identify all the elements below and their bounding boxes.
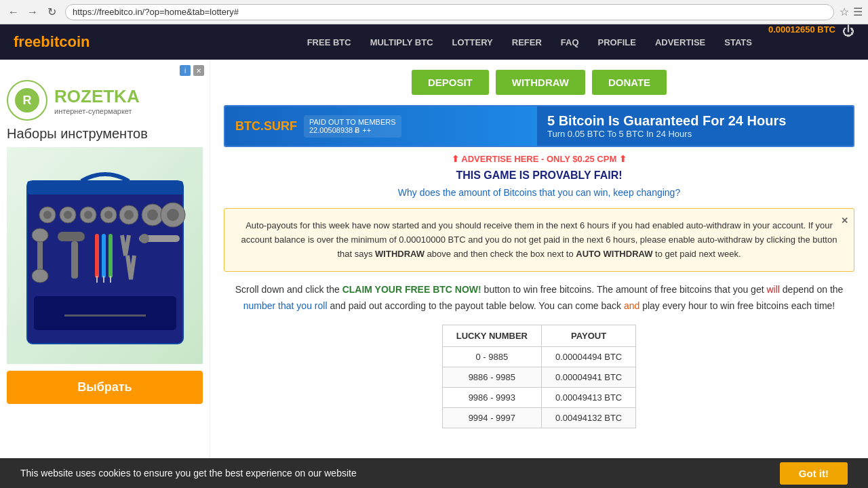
payout-header-payout: PAYOUT [541,325,635,346]
advertise-bar: ⬆ ADVERTISE HERE - ONLY $0.25 CPM ⬆ [224,154,854,164]
ad-close-button[interactable]: ✕ [193,65,204,76]
ad-sidebar: i ✕ R ROZETKA интернет-супермаркет Набор… [0,60,210,458]
nav-balance: 0.00012650 BTC [768,24,835,60]
nav-faq[interactable]: FAQ [551,24,589,60]
site-nav: freebitcoin FREE BTC MULTIPLY BTC LOTTER… [0,24,868,60]
tool-set-image: ▬▬▬▬▬▬▬▬▬▬▬▬ [20,161,190,350]
ad-cta-button[interactable]: Выбрать [7,371,203,404]
cookie-text: This website uses cookies to ensure you … [20,468,357,479]
payout-cell: 0.00494132 BTC [541,407,635,428]
svg-point-9 [84,211,92,219]
svg-rect-25 [102,234,106,278]
site-logo: freebitcoin [14,33,90,51]
cookie-bar: This website uses cookies to ensure you … [0,458,868,488]
svg-rect-28 [110,276,111,283]
table-row: 9994 - 99970.00494132 BTC [442,407,636,428]
svg-point-13 [124,210,134,220]
promo-title: 5 Bitcoin Is Guaranteed For 24 Hours [547,113,786,129]
will-highlight: will [766,284,779,295]
main-area: i ✕ R ROZETKA интернет-супермаркет Набор… [0,60,868,458]
notification-withdraw-bold: WITHDRAW [375,249,425,259]
payout-cell: 0.00004941 BTC [541,367,635,387]
svg-rect-23 [95,234,99,278]
svg-rect-27 [108,234,113,278]
promo-subtitle: Turn 0.05 BTC To 5 BTC In 24 Hours [547,129,692,139]
paid-amount: 22.00508938 Ƀ ++ [309,126,396,135]
menu-icon[interactable]: ☰ [853,5,863,18]
promo-banner[interactable]: BTC.SURF PAID OUT TO MEMBERS 22.00508938… [224,105,854,147]
nav-lottery[interactable]: LOTTERY [443,24,502,60]
browser-chrome: ← → ↻ ☆ ☰ [0,0,868,24]
refresh-button[interactable]: ↻ [43,4,60,20]
logo-bitcoin: bitcoin [41,33,90,50]
svg-rect-3 [27,181,183,195]
svg-rect-26 [103,276,104,283]
nav-stats[interactable]: STATS [715,24,762,60]
number-highlight: number that you roll [243,300,328,311]
power-button[interactable]: ⏻ [842,24,854,60]
deposit-button[interactable]: DEPOSIT [412,70,489,95]
cookie-got-it-button[interactable]: Got it! [780,462,848,485]
nav-advertise[interactable]: ADVERTISE [646,24,715,60]
notification-close-button[interactable]: ✕ [841,214,848,228]
table-row: 9886 - 99850.00004941 BTC [442,367,636,387]
ad-brand-name: ROZETKA [54,86,140,107]
svg-point-19 [32,228,48,242]
payout-cell: 0.00004494 BTC [541,346,635,367]
paid-label: PAID OUT TO MEMBERS [309,118,396,126]
table-row: 0 - 98850.00004494 BTC [442,346,636,367]
ad-brand-text: ROZETKA интернет-супермаркет [54,86,140,115]
svg-text:▬▬▬▬▬▬▬▬▬▬▬▬: ▬▬▬▬▬▬▬▬▬▬▬▬ [64,310,146,318]
svg-text:R: R [23,94,32,107]
promo-right: 5 Bitcoin Is Guaranteed For 24 Hours Tur… [537,106,853,146]
address-bar[interactable] [65,4,834,20]
svg-point-7 [64,211,72,219]
nav-multiply-btc[interactable]: MULTIPLY BTC [361,24,443,60]
lucky-number-cell: 0 - 9885 [442,346,541,367]
promo-left: BTC.SURF PAID OUT TO MEMBERS 22.00508938… [225,106,537,146]
svg-point-20 [32,269,48,283]
ad-brand-sub: интернет-супермаркет [54,107,140,115]
ad-info-button[interactable]: i [180,65,191,76]
ad-brand: R ROZETKA интернет-супермаркет [7,80,203,121]
svg-point-17 [167,209,179,221]
lucky-number-cell: 9994 - 9997 [442,407,541,428]
btc-surf-logo: BTC.SURF [235,119,297,134]
and-highlight: and [624,300,639,311]
notification-autowithdraw-bold: AUTO WITHDRAW [576,249,652,259]
svg-rect-21 [58,232,85,241]
payout-header-lucky: LUCKY NUMBER [442,325,541,346]
nav-profile[interactable]: PROFILE [589,24,646,60]
payout-cell: 0.00049413 BTC [541,387,635,407]
back-button[interactable]: ← [5,4,22,20]
promo-stats: PAID OUT TO MEMBERS 22.00508938 Ƀ ++ [304,115,401,138]
svg-point-15 [147,209,158,220]
forward-button[interactable]: → [24,4,41,20]
table-row: 9986 - 99930.00049413 BTC [442,387,636,407]
svg-rect-24 [96,276,98,283]
page-content: DEPOSIT WITHDRAW DONATE BTC.SURF PAID OU… [210,60,868,458]
bookmark-icon: ☆ [840,5,849,18]
why-link[interactable]: Why does the amount of Bitcoins that you… [224,187,854,198]
svg-point-5 [43,211,52,219]
ad-image-area: ▬▬▬▬▬▬▬▬▬▬▬▬ [7,147,203,364]
nav-links: FREE BTC MULTIPLY BTC LOTTERY REFER FAQ … [298,24,854,60]
browser-icons: ☆ ☰ [840,5,863,18]
scroll-description: Scroll down and click the CLAIM YOUR FRE… [224,282,854,314]
fair-game-text: THIS GAME IS PROVABLY FAIR! [224,169,854,182]
lucky-number-cell: 9886 - 9985 [442,367,541,387]
svg-rect-22 [71,241,78,279]
action-buttons: DEPOSIT WITHDRAW DONATE [224,70,854,95]
nav-refer[interactable]: REFER [502,24,551,60]
rozetka-logo: R [7,80,47,121]
svg-point-11 [104,211,113,219]
payout-table: LUCKY NUMBER PAYOUT 0 - 98850.00004494 B… [442,325,637,428]
ad-product-title: Наборы инструментов [7,126,203,142]
claim-highlight: CLAIM YOUR FREE BTC NOW! [342,284,481,295]
svg-point-30 [140,234,149,243]
donate-button[interactable]: DONATE [592,70,667,95]
logo-free: free [14,33,41,50]
withdraw-button[interactable]: WITHDRAW [496,70,585,95]
nav-free-btc[interactable]: FREE BTC [298,24,361,60]
notification-box: ✕ Auto-payouts for this week have now st… [224,208,854,272]
